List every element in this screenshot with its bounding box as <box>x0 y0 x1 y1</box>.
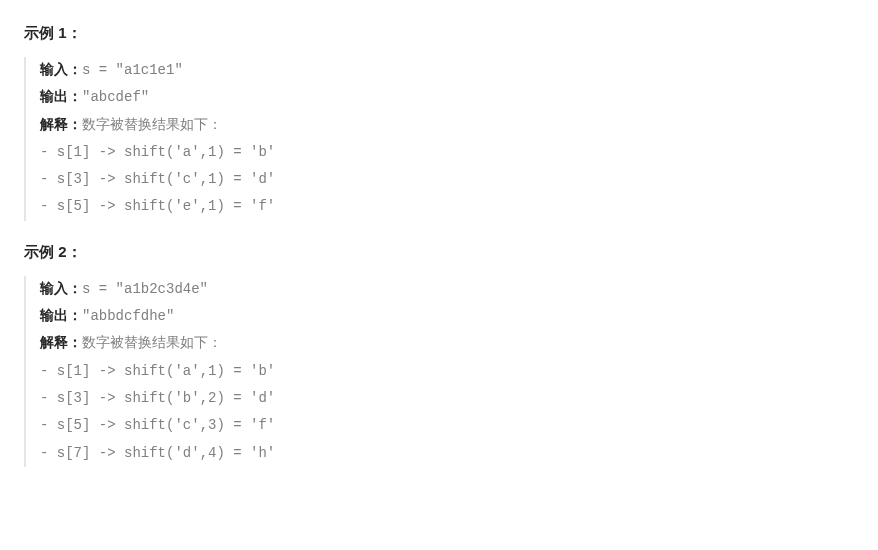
input-value: s = "a1c1e1" <box>82 62 183 78</box>
example-1-step-line: - s[1] -> shift('a',1) = 'b' <box>40 139 854 166</box>
output-label: 输出： <box>40 89 82 105</box>
example-2-explain-line: 解释：数字被替换结果如下： <box>40 330 854 357</box>
output-value: "abcdef" <box>82 89 149 105</box>
example-1-block: 输入：s = "a1c1e1" 输出："abcdef" 解释：数字被替换结果如下… <box>24 57 854 221</box>
example-2-step-line: - s[7] -> shift('d',4) = 'h' <box>40 440 854 467</box>
example-2-step-line: - s[5] -> shift('c',3) = 'f' <box>40 412 854 439</box>
example-1-step-line: - s[3] -> shift('c',1) = 'd' <box>40 166 854 193</box>
input-label: 输入： <box>40 62 82 78</box>
example-2-block: 输入：s = "a1b2c3d4e" 输出："abbdcfdhe" 解释：数字被… <box>24 276 854 467</box>
output-label: 输出： <box>40 308 82 324</box>
explain-label: 解释： <box>40 335 82 351</box>
example-1-heading: 示例 1： <box>24 24 854 43</box>
example-2-step-line: - s[3] -> shift('b',2) = 'd' <box>40 385 854 412</box>
example-2-heading: 示例 2： <box>24 243 854 262</box>
example-1-step-line: - s[5] -> shift('e',1) = 'f' <box>40 193 854 220</box>
example-1-output-line: 输出："abcdef" <box>40 84 854 111</box>
explain-label: 解释： <box>40 117 82 133</box>
example-2-input-line: 输入：s = "a1b2c3d4e" <box>40 276 854 303</box>
example-2-step-line: - s[1] -> shift('a',1) = 'b' <box>40 358 854 385</box>
output-value: "abbdcfdhe" <box>82 308 174 324</box>
explain-value: 数字被替换结果如下： <box>82 335 222 351</box>
input-label: 输入： <box>40 281 82 297</box>
example-2-output-line: 输出："abbdcfdhe" <box>40 303 854 330</box>
explain-value: 数字被替换结果如下： <box>82 117 222 133</box>
input-value: s = "a1b2c3d4e" <box>82 281 208 297</box>
example-1-explain-line: 解释：数字被替换结果如下： <box>40 112 854 139</box>
example-1-input-line: 输入：s = "a1c1e1" <box>40 57 854 84</box>
